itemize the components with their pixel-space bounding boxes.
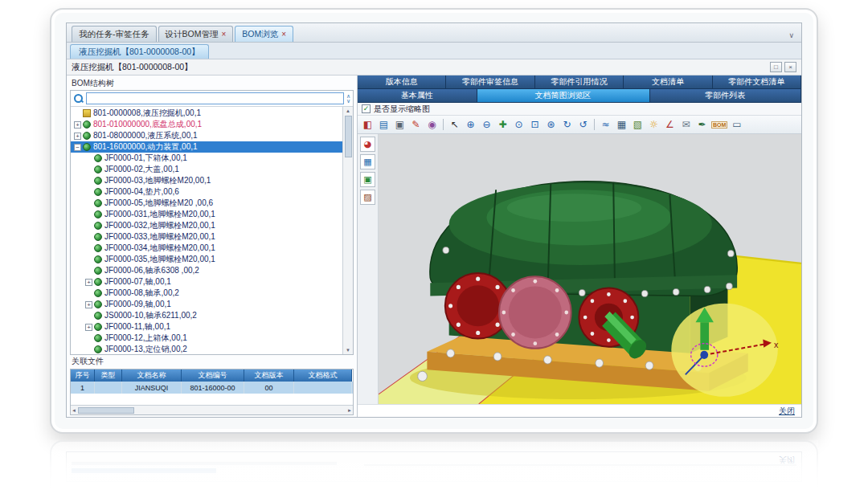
tab-3[interactable]: BOM浏览× — [235, 26, 293, 42]
scroll-down-icon[interactable]: ▼ — [346, 346, 350, 354]
screen-icon[interactable]: ▭ — [730, 118, 743, 132]
curve-icon[interactable]: ≈ — [599, 118, 612, 132]
tree-expander-icon[interactable]: + — [85, 301, 92, 308]
tab-1[interactable]: 我的任务-审签任务 — [72, 26, 157, 42]
pan-cross-icon[interactable]: ✚ — [496, 118, 510, 132]
zoom-in-icon[interactable]: ⊕ — [464, 118, 477, 132]
tree-item[interactable]: JF0000-13,定位销,00,2 — [71, 344, 342, 354]
tree-item[interactable]: 801-0000008,液压挖掘机,00,1 — [71, 108, 342, 119]
tree-item[interactable]: JS0000-10,轴承6211,00,2 — [71, 310, 342, 321]
edit-pencil-icon[interactable]: ✎ — [409, 118, 423, 132]
scroll-thumb[interactable] — [345, 116, 352, 157]
thumbnail-checkbox[interactable]: ✓ — [362, 104, 371, 113]
column-header[interactable]: 文档编号 — [182, 369, 244, 382]
tree-item[interactable]: +801-010000000,底盘总成,00,1 — [71, 119, 342, 130]
column-header[interactable]: 文档格式 — [294, 369, 352, 382]
info-tab-4[interactable]: 文档清单 — [624, 76, 712, 89]
tab-close-icon[interactable]: × — [221, 31, 226, 39]
scroll-left-icon[interactable]: ◄ — [72, 406, 76, 414]
tree-item[interactable]: JF0000-035,地脚螺栓M20,00,1 — [71, 254, 342, 265]
zoom-extents-icon[interactable]: ⊛ — [544, 118, 558, 132]
tree-item[interactable]: JF0000-01,下箱体,00,1 — [71, 153, 342, 164]
mail-icon[interactable]: ✉ — [679, 118, 693, 132]
view-tab-2[interactable]: 文档简图浏览区 — [477, 89, 650, 103]
tree-item[interactable]: JF0000-12,上箱体,00,1 — [71, 333, 342, 344]
select-arrow-icon[interactable]: ↖ — [448, 118, 461, 132]
view-tab-1[interactable]: 基本属性 — [358, 89, 477, 103]
tree-expander-icon[interactable]: + — [74, 121, 81, 129]
tab-close-icon[interactable]: × — [281, 31, 286, 39]
tree-item[interactable]: JF0000-034,地脚螺栓M20,00,1 — [71, 243, 342, 254]
bom-icon[interactable]: BOM — [711, 121, 727, 129]
info-tab-1[interactable]: 版本信息 — [358, 76, 446, 89]
related-hscrollbar[interactable]: ◄ ► — [71, 405, 353, 414]
camera-icon[interactable]: ◉ — [425, 118, 439, 132]
tree-item[interactable]: +801-08000000,液压系统,00,1 — [71, 130, 342, 141]
views-icon[interactable]: ▦ — [360, 154, 375, 169]
tree-box: ∧ ∨ 801-0000008,液压挖掘机,00,1+801-010000000… — [70, 90, 354, 355]
hscroll-thumb[interactable] — [78, 407, 134, 414]
zoom-realtime-icon[interactable]: ⊙ — [512, 118, 526, 132]
tree-item[interactable]: +JF0000-09,轴,00,1 — [71, 299, 342, 310]
3d-viewport[interactable]: x — [379, 134, 801, 404]
search-next-icon[interactable]: ∨ — [346, 99, 350, 104]
zoom-out-icon[interactable]: ⊖ — [480, 118, 493, 132]
tree-item[interactable]: JF0000-031,地脚螺栓M20,00,1 — [71, 209, 342, 220]
bulb-icon[interactable]: ☼ — [647, 118, 661, 132]
tree-expander-icon[interactable]: − — [74, 144, 81, 151]
spin-icon[interactable]: ↺ — [576, 118, 590, 132]
column-header[interactable]: 文档版本 — [244, 369, 294, 382]
panel-close-button[interactable]: × — [784, 62, 796, 72]
info-tab-5[interactable]: 零部件文档清单 — [713, 76, 801, 89]
part-icon — [83, 132, 91, 140]
thumbnail-checkbox-label: 是否显示缩略图 — [374, 104, 430, 115]
tree-search-input[interactable] — [86, 92, 344, 104]
palette-icon[interactable]: ◕ — [360, 137, 375, 152]
part-icon — [94, 323, 102, 331]
preview-b-icon[interactable]: ▨ — [360, 190, 375, 205]
tree-item[interactable]: JF0000-033,地脚螺栓M20,00,1 — [71, 231, 342, 243]
part-icon — [94, 233, 102, 241]
model-cube-icon[interactable]: ◧ — [361, 118, 375, 132]
open-book-icon[interactable]: ▤ — [377, 118, 391, 132]
tree-item[interactable]: +JF0000-11,轴,00,1 — [71, 321, 342, 333]
axis-x-label: x — [774, 340, 779, 349]
scroll-right-icon[interactable]: ► — [347, 406, 352, 414]
view-tab-3[interactable]: 零部件列表 — [650, 89, 801, 103]
subtab-item[interactable]: 液压挖掘机【801-0000008-00】 — [70, 44, 209, 59]
tree-item[interactable]: JF0000-03,地脚螺栓M20,00,1 — [71, 175, 342, 186]
orbit-icon[interactable]: ↻ — [560, 118, 574, 132]
tree-item-label: JF0000-13,定位销,00,2 — [104, 344, 187, 354]
tree-item[interactable]: JF0000-032,地脚螺栓M20,00,1 — [71, 220, 342, 231]
tab-2[interactable]: 设计BOM管理× — [158, 26, 234, 42]
tree-expander-icon[interactable]: + — [74, 133, 81, 140]
panel-restore-button[interactable]: □ — [770, 62, 782, 72]
bom-tree: 801-0000008,液压挖掘机,00,1+801-010000000,底盘总… — [71, 107, 342, 354]
measure-icon[interactable]: ∠ — [663, 118, 677, 132]
column-header[interactable]: 序号 — [71, 369, 95, 382]
info-tab-2[interactable]: 零部件审签信息 — [446, 76, 534, 89]
image-icon[interactable]: ▧ — [631, 118, 645, 132]
scroll-up-icon[interactable]: ▲ — [346, 107, 350, 115]
info-tab-3[interactable]: 零部件引用情况 — [535, 76, 624, 89]
column-header[interactable]: 文档名称 — [122, 369, 182, 382]
tree-item[interactable]: JF0000-04,垫片,00,6 — [71, 186, 342, 198]
tree-item[interactable]: JF0000-05,地脚螺栓M20 ,00,6 — [71, 198, 342, 209]
tabbar-chevron-icon[interactable]: ∨ — [788, 31, 796, 42]
tree-scrollbar[interactable]: ▲ ▼ — [342, 107, 353, 354]
tree-expander-icon[interactable]: + — [85, 324, 92, 331]
pen-icon[interactable]: ✒ — [695, 118, 709, 132]
tree-item[interactable]: JF0000-06,轴承6308 ,00,2 — [71, 265, 342, 276]
grid-icon[interactable]: ▦ — [615, 118, 628, 132]
tree-item[interactable]: −801-16000000,动力装置,00,1 — [71, 141, 342, 153]
table-row[interactable]: 1JIANSUQI801-16000-0000 — [71, 382, 353, 394]
zoom-window-icon[interactable]: ⊡ — [528, 118, 542, 132]
tree-item[interactable]: JF0000-08,轴承,00,2 — [71, 288, 342, 299]
tree-item[interactable]: JF0000-02,大盖,00,1 — [71, 164, 342, 175]
close-link[interactable]: 关闭 — [779, 406, 795, 417]
column-header[interactable]: 类型 — [95, 369, 122, 382]
preview-a-icon[interactable]: ▣ — [360, 172, 375, 187]
tree-expander-icon[interactable]: + — [85, 279, 92, 286]
print-icon[interactable]: ▣ — [393, 118, 407, 132]
tree-item[interactable]: +JF0000-07,轴,00,1 — [71, 276, 342, 288]
